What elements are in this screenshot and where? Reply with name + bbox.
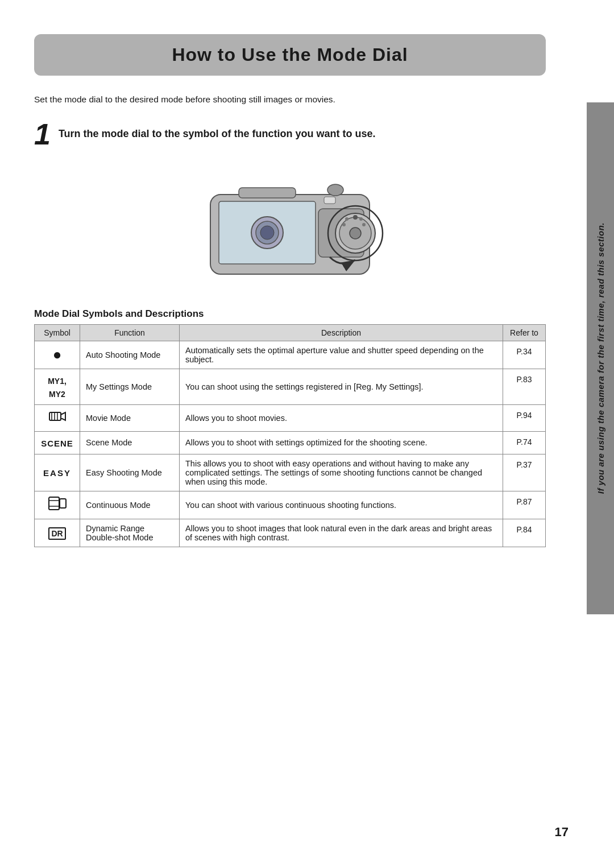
col-description: Description bbox=[180, 324, 503, 341]
svg-marker-20 bbox=[61, 412, 65, 420]
description-cell: Allows you to shoot movies. bbox=[180, 404, 503, 431]
svg-point-9 bbox=[359, 217, 363, 221]
description-cell: This allows you to shoot with easy opera… bbox=[180, 454, 503, 491]
refer-cell: P.94 bbox=[503, 404, 546, 431]
sidebar-label: If you are using the camera for the firs… bbox=[596, 222, 605, 494]
function-cell: My Settings Mode bbox=[80, 369, 180, 404]
step-section: 1 Turn the mode dial to the symbol of th… bbox=[34, 123, 546, 149]
svg-point-12 bbox=[342, 223, 346, 226]
col-symbol: Symbol bbox=[35, 324, 80, 341]
refer-cell: P.83 bbox=[503, 369, 546, 404]
section-heading: Mode Dial Symbols and Descriptions bbox=[34, 308, 546, 320]
symbol-cell bbox=[35, 404, 80, 431]
table-row: ● Auto Shooting Mode Automatically sets … bbox=[35, 341, 546, 369]
easy-icon: EASY bbox=[43, 468, 71, 478]
symbol-cell: ● bbox=[35, 341, 80, 369]
table-row: Movie Mode Allows you to shoot movies. P… bbox=[35, 404, 546, 431]
function-cell: Continuous Mode bbox=[80, 491, 180, 519]
description-cell: Allows you to shoot images that look nat… bbox=[180, 519, 503, 547]
mode-dial-table: Symbol Function Description Refer to ● A… bbox=[34, 324, 546, 547]
symbol-cell: DR bbox=[35, 519, 80, 547]
svg-rect-25 bbox=[60, 499, 66, 508]
title-box: How to Use the Mode Dial bbox=[34, 34, 546, 76]
function-cell: Dynamic Range Double-shot Mode bbox=[80, 519, 180, 547]
function-cell: Auto Shooting Mode bbox=[80, 341, 180, 369]
page-number: 17 bbox=[555, 825, 569, 840]
svg-rect-4 bbox=[324, 197, 335, 204]
dr-icon: DR bbox=[48, 527, 65, 540]
description-cell: Allows you to shoot with settings optimi… bbox=[180, 431, 503, 454]
scene-icon: SCENE bbox=[41, 439, 73, 448]
page-title: How to Use the Mode Dial bbox=[51, 44, 529, 65]
svg-rect-24 bbox=[49, 497, 59, 510]
camera-image-container bbox=[34, 166, 546, 291]
refer-cell: P.87 bbox=[503, 491, 546, 519]
symbol-cell bbox=[35, 491, 80, 519]
svg-point-13 bbox=[350, 228, 361, 239]
function-cell: Easy Shooting Mode bbox=[80, 454, 180, 491]
camera-diagram bbox=[193, 166, 387, 291]
main-content: How to Use the Mode Dial Set the mode di… bbox=[34, 34, 546, 547]
intro-text: Set the mode dial to the desired mode be… bbox=[34, 93, 546, 107]
step-instruction: Turn the mode dial to the symbol of the … bbox=[59, 123, 376, 142]
svg-point-18 bbox=[260, 226, 274, 239]
refer-cell: P.84 bbox=[503, 519, 546, 547]
function-cell: Scene Mode bbox=[80, 431, 180, 454]
col-refer: Refer to bbox=[503, 324, 546, 341]
my-settings-icon: MY1, MY2 bbox=[48, 377, 67, 399]
svg-point-8 bbox=[353, 215, 358, 220]
refer-cell: P.37 bbox=[503, 454, 546, 491]
symbol-cell: SCENE bbox=[35, 431, 80, 454]
refer-cell: P.74 bbox=[503, 431, 546, 454]
continuous-icon bbox=[48, 499, 67, 514]
svg-point-3 bbox=[327, 184, 343, 196]
table-row: MY1, MY2 My Settings Mode You can shoot … bbox=[35, 369, 546, 404]
svg-rect-19 bbox=[49, 412, 61, 420]
function-cell: Movie Mode bbox=[80, 404, 180, 431]
movie-icon bbox=[49, 412, 66, 426]
description-cell: Automatically sets the optimal aperture … bbox=[180, 341, 503, 369]
table-row: SCENE Scene Mode Allows you to shoot wit… bbox=[35, 431, 546, 454]
svg-point-10 bbox=[362, 223, 366, 226]
sidebar-panel: If you are using the camera for the firs… bbox=[587, 102, 614, 614]
description-cell: You can shoot with various continuous sh… bbox=[180, 491, 503, 519]
svg-rect-2 bbox=[239, 188, 296, 198]
svg-point-11 bbox=[345, 217, 349, 221]
symbol-cell: EASY bbox=[35, 454, 80, 491]
table-row: DR Dynamic Range Double-shot Mode Allows… bbox=[35, 519, 546, 547]
camera-icon: ● bbox=[53, 346, 62, 363]
refer-cell: P.34 bbox=[503, 341, 546, 369]
table-row: Continuous Mode You can shoot with vario… bbox=[35, 491, 546, 519]
description-cell: You can shoot using the settings registe… bbox=[180, 369, 503, 404]
step-number: 1 bbox=[34, 119, 51, 149]
symbol-cell: MY1, MY2 bbox=[35, 369, 80, 404]
table-row: EASY Easy Shooting Mode This allows you … bbox=[35, 454, 546, 491]
col-function: Function bbox=[80, 324, 180, 341]
